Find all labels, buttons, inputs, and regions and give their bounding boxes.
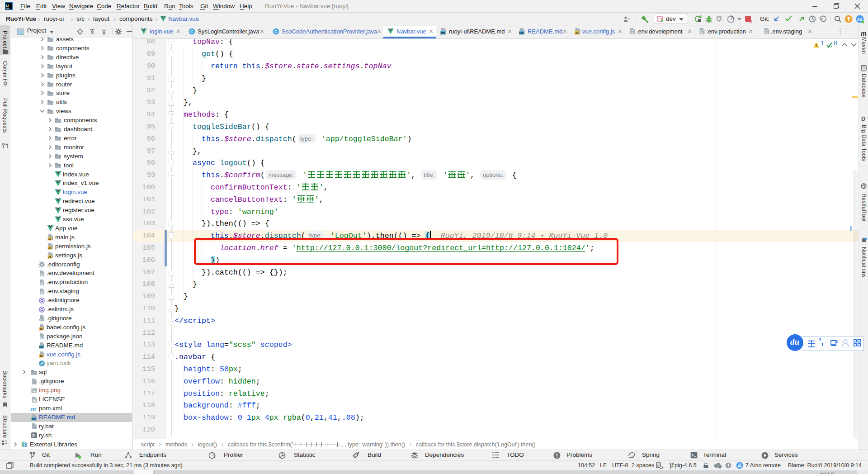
svg-text:IJ: IJ bbox=[6, 4, 9, 8]
svg-text:MD: MD bbox=[39, 346, 43, 348]
svg-text:JS: JS bbox=[48, 256, 52, 258]
svg-text:C: C bbox=[190, 29, 193, 34]
svg-text:?: ? bbox=[34, 426, 36, 430]
svg-text:MD: MD bbox=[32, 418, 36, 421]
svg-text:JS: JS bbox=[575, 32, 578, 34]
svg-text:MD: MD bbox=[441, 31, 445, 34]
svg-text:AZ: AZ bbox=[857, 17, 862, 22]
svg-text:JS: JS bbox=[40, 355, 43, 357]
svg-text:2: 2 bbox=[750, 19, 752, 23]
svg-text:JS: JS bbox=[40, 328, 43, 331]
svg-text:JS: JS bbox=[48, 246, 52, 249]
svg-text:MD: MD bbox=[519, 31, 524, 34]
svg-text:JS: JS bbox=[48, 238, 52, 241]
svg-text:{..}: {..} bbox=[40, 336, 45, 340]
svg-text:C: C bbox=[274, 29, 278, 34]
